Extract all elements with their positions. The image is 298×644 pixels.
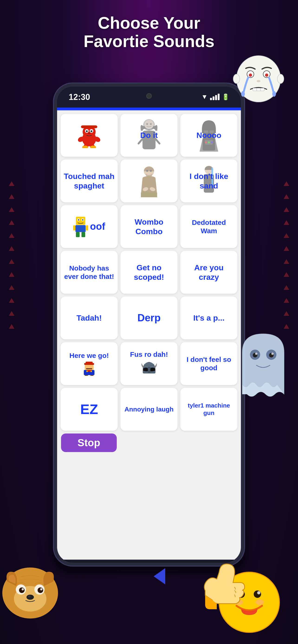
are-you-crazy-label: Are you crazy bbox=[183, 263, 235, 282]
triangle-decoration bbox=[9, 207, 15, 212]
sound-tile-oof[interactable]: oof bbox=[61, 205, 118, 248]
doge-decoration bbox=[0, 560, 65, 626]
status-bar: 12:30 ▼ 🔋 bbox=[57, 87, 241, 108]
svg-point-6 bbox=[272, 91, 276, 97]
triangle-decoration bbox=[283, 207, 289, 212]
sound-tile-annoying-laugh[interactable]: Annoying laugh bbox=[120, 388, 178, 431]
roblox-image bbox=[73, 216, 88, 237]
sound-tile-get-no-scoped[interactable]: Get no scoped! bbox=[120, 251, 178, 294]
svg-point-36 bbox=[146, 123, 148, 125]
stop-button-label: Stop bbox=[78, 437, 100, 448]
svg-rect-76 bbox=[148, 366, 150, 373]
i-dont-feel-good-label: I don't feel so good bbox=[183, 356, 235, 372]
sound-tile-ez[interactable]: EZ bbox=[61, 388, 118, 431]
stop-button[interactable]: Stop bbox=[61, 434, 117, 452]
svg-point-23 bbox=[86, 130, 88, 132]
svg-point-47 bbox=[146, 170, 148, 172]
touched-mah-spaghet-label: Touched mah spaghet bbox=[63, 172, 115, 190]
triangle-decoration bbox=[9, 220, 15, 225]
triangle-decoration bbox=[283, 194, 289, 199]
svg-point-10 bbox=[257, 80, 260, 82]
triangle-decoration bbox=[9, 272, 15, 277]
sound-tile-its-a-p[interactable]: It's a p... bbox=[180, 296, 237, 340]
left-triangles bbox=[2, 93, 21, 417]
battery-icon: 🔋 bbox=[222, 94, 229, 100]
ez-label: EZ bbox=[80, 401, 98, 418]
sound-tile-i-dont-like-sand[interactable]: I don't like sand bbox=[180, 160, 237, 202]
sound-tile-knuckles[interactable] bbox=[61, 114, 118, 157]
svg-point-18 bbox=[271, 352, 274, 355]
svg-rect-75 bbox=[90, 375, 94, 376]
triangle-decoration bbox=[9, 233, 15, 238]
back-arrow-decoration bbox=[154, 561, 191, 598]
skyrim-helmet-image bbox=[140, 360, 158, 377]
svg-point-48 bbox=[150, 170, 152, 172]
triangle-decoration bbox=[283, 246, 289, 251]
triangle-decoration bbox=[283, 311, 289, 316]
svg-point-35 bbox=[144, 120, 154, 129]
nobody-done-that-label: Nobody has ever done that! bbox=[63, 264, 115, 281]
sound-tile-are-you-crazy[interactable]: Are you crazy bbox=[180, 251, 237, 294]
svg-point-24 bbox=[91, 130, 92, 132]
sound-grid: Do it bbox=[61, 114, 237, 431]
stop-button-area: Stop bbox=[61, 434, 237, 452]
svg-point-93 bbox=[255, 600, 264, 605]
triangle-decoration bbox=[283, 181, 289, 186]
get-no-scoped-label: Get no scoped! bbox=[123, 263, 175, 282]
sound-tile-fus-ro-dah[interactable]: Fus ro dah! bbox=[120, 342, 178, 385]
triangle-decoration bbox=[9, 285, 15, 290]
here-we-go-text: Here we go! bbox=[69, 352, 109, 360]
sound-tile-nobody-done-that[interactable]: Nobody has ever done that! bbox=[61, 251, 118, 294]
svg-rect-63 bbox=[86, 225, 88, 230]
svg-point-81 bbox=[19, 588, 25, 593]
svg-point-45 bbox=[211, 142, 213, 143]
svg-rect-62 bbox=[73, 225, 75, 230]
triangle-decoration bbox=[9, 194, 15, 199]
mario-image bbox=[82, 361, 97, 376]
sound-tile-tadah[interactable]: Tadah! bbox=[61, 296, 118, 340]
svg-rect-65 bbox=[82, 232, 85, 237]
sound-tile-wombo-combo[interactable]: Wombo Combo bbox=[120, 205, 178, 248]
svg-point-3 bbox=[249, 74, 252, 77]
annoying-laugh-label: Annoying laugh bbox=[124, 406, 174, 413]
svg-rect-7 bbox=[253, 88, 264, 91]
svg-rect-26 bbox=[81, 126, 97, 128]
triangle-decoration bbox=[283, 272, 289, 277]
tyler1-machine-gun-label: tyler1 machine gun bbox=[183, 402, 235, 416]
page-title: Choose Your Favortie Sounds bbox=[0, 14, 298, 50]
svg-point-84 bbox=[40, 588, 43, 590]
sound-tile-dedotated-wam[interactable]: Dedotated Wam bbox=[180, 205, 237, 248]
triangle-decoration bbox=[283, 220, 289, 225]
sound-tile-here-we-go[interactable]: Here we go! bbox=[61, 342, 118, 385]
derp-label: Derp bbox=[137, 312, 161, 324]
svg-point-12 bbox=[277, 74, 284, 84]
sound-tile-touched-mah-spaghet[interactable]: Touched mah spaghet bbox=[61, 160, 118, 202]
svg-point-44 bbox=[208, 142, 210, 143]
svg-point-89 bbox=[254, 590, 261, 598]
sound-tile-noooo[interactable]: Noooo bbox=[180, 114, 237, 157]
svg-rect-59 bbox=[78, 219, 79, 220]
triangle-decoration bbox=[9, 324, 15, 329]
knuckles-image bbox=[76, 123, 102, 148]
svg-point-82 bbox=[38, 588, 43, 593]
ghost-decoration bbox=[233, 324, 293, 413]
status-time: 12:30 bbox=[69, 92, 90, 102]
sound-tile-i-dont-feel-so-good[interactable]: I don't feel so good bbox=[180, 342, 237, 385]
tadah-label: Tadah! bbox=[77, 313, 102, 323]
svg-rect-74 bbox=[85, 375, 88, 376]
triangle-decoration bbox=[9, 311, 15, 316]
rage-face-decoration bbox=[233, 53, 284, 104]
sound-tile-obi-wan[interactable] bbox=[120, 160, 178, 202]
triangle-decoration bbox=[283, 298, 289, 303]
i-dont-like-sand-label: I don't like sand bbox=[183, 172, 235, 190]
sound-tile-tyler1-machine-gun[interactable]: tyler1 machine gun bbox=[180, 388, 237, 431]
wombo-combo-label: Wombo Combo bbox=[123, 217, 175, 236]
sound-tile-do-it[interactable]: Do it bbox=[120, 114, 178, 157]
triangle-decoration bbox=[283, 285, 289, 290]
sound-tile-derp[interactable]: Derp bbox=[120, 296, 178, 340]
svg-point-86 bbox=[28, 596, 31, 598]
its-a-p-label: It's a p... bbox=[193, 313, 225, 323]
fus-ro-dah-text: Fus ro dah! bbox=[130, 350, 168, 359]
svg-rect-64 bbox=[76, 232, 80, 237]
svg-point-4 bbox=[265, 74, 268, 77]
